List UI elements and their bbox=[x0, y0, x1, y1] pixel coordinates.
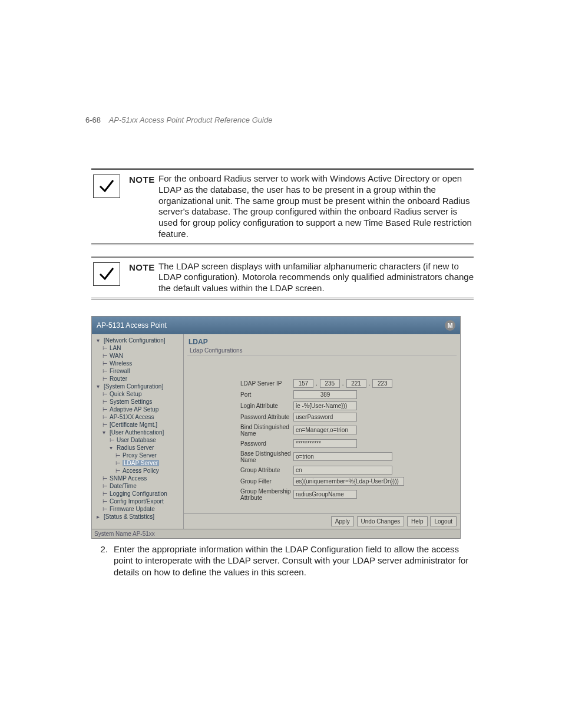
nav-logging[interactable]: ⊢Logging Configuration bbox=[92, 490, 183, 498]
page-header: 6-68 AP-51xx Access Point Product Refere… bbox=[85, 116, 272, 124]
page-number: 6-68 bbox=[85, 116, 101, 124]
note-block-2: NOTE The LDAP screen displays with unfam… bbox=[91, 256, 474, 299]
panel-title: LDAP bbox=[184, 334, 460, 347]
nav-proxy-server[interactable]: ⊢Proxy Server bbox=[92, 452, 183, 459]
step-text: Enter the appropriate information within… bbox=[114, 543, 474, 578]
checkmark-icon bbox=[93, 174, 120, 198]
nav-date-time[interactable]: ⊢Date/Time bbox=[92, 482, 183, 490]
nav-ldap-server[interactable]: ⊢LDAP Server bbox=[92, 459, 183, 467]
input-login-attr[interactable]: ie -%{User-Name})) bbox=[293, 401, 357, 410]
step-number: 2. bbox=[91, 543, 114, 578]
undo-button[interactable]: Undo Changes bbox=[357, 516, 405, 526]
nav-snmp-access[interactable]: ⊢SNMP Access bbox=[92, 475, 183, 482]
system-name-bar: System Name AP-51xx bbox=[92, 529, 460, 538]
window-titlebar: AP-5131 Access Point M bbox=[92, 317, 460, 334]
input-server-ip[interactable]: 157. 235. 221. 223 bbox=[293, 379, 392, 388]
nav-firewall[interactable]: ⊢Firewall bbox=[92, 367, 183, 375]
note-block-1: NOTE For the onboard Radius server to wo… bbox=[91, 168, 474, 245]
nav-tree: ▾[Network Configuration] ⊢LAN ⊢WAN ⊢Wire… bbox=[92, 334, 184, 529]
input-password[interactable]: *********** bbox=[293, 439, 357, 448]
label-base-dn: Base Distinguished Name bbox=[187, 450, 293, 463]
label-server-ip: LDAP Server IP bbox=[187, 380, 293, 387]
nav-wireless[interactable]: ⊢Wireless bbox=[92, 360, 183, 367]
note-text-2: The LDAP screen displays with unfamiliar… bbox=[158, 261, 474, 294]
label-group-attr: Group Attribute bbox=[187, 467, 293, 473]
nav-cert-mgmt[interactable]: ⊢[Certificate Mgmt.] bbox=[92, 421, 183, 429]
input-group-attr[interactable]: cn bbox=[293, 466, 392, 475]
nav-user-database[interactable]: ⊢User Database bbox=[92, 436, 183, 444]
nav-system-config[interactable]: ▾[System Configuration] bbox=[92, 383, 183, 390]
label-pwd-attr: Password Attribute bbox=[187, 414, 293, 420]
input-bind-dn[interactable]: cn=Manager,o=trion bbox=[293, 426, 357, 434]
nav-adaptive-ap[interactable]: ⊢Adaptive AP Setup bbox=[92, 406, 183, 413]
note-icon bbox=[91, 173, 122, 198]
input-base-dn[interactable]: o=trion bbox=[293, 452, 392, 461]
footer-buttons: Apply Undo Changes Help Logout bbox=[184, 513, 460, 529]
nav-firmware[interactable]: ⊢Firmware Update bbox=[92, 505, 183, 513]
label-login-attr: Login Attribute bbox=[187, 403, 293, 409]
nav-radius-server[interactable]: ▾Radius Server bbox=[92, 444, 183, 452]
help-button[interactable]: Help bbox=[407, 516, 428, 526]
input-group-membership[interactable]: radiusGroupName bbox=[293, 490, 357, 499]
motorola-logo-icon: M bbox=[445, 320, 455, 331]
checkmark-icon bbox=[93, 262, 120, 286]
note-icon bbox=[91, 261, 122, 286]
nav-status-stats[interactable]: ▸[Status & Statistics] bbox=[92, 513, 183, 521]
nav-config-import[interactable]: ⊢Config Import/Export bbox=[92, 498, 183, 505]
nav-router[interactable]: ⊢Router bbox=[92, 375, 183, 383]
label-bind-dn: Bind Distinguished Name bbox=[187, 424, 293, 437]
logout-button[interactable]: Logout bbox=[430, 516, 457, 526]
input-port[interactable]: 389 bbox=[293, 390, 357, 399]
apply-button[interactable]: Apply bbox=[331, 516, 354, 526]
nav-system-settings[interactable]: ⊢System Settings bbox=[92, 398, 183, 406]
fieldset-label: Ldap Configurations bbox=[184, 347, 460, 355]
nav-wan[interactable]: ⊢WAN bbox=[92, 352, 183, 360]
input-group-filter[interactable]: es)(uniquemember=%{Ldap-UserDn}))) bbox=[293, 477, 404, 486]
ldap-form: LDAP Server IP 157. 235. 221. 223 Port 3… bbox=[187, 355, 457, 503]
window-title: AP-5131 Access Point bbox=[97, 321, 167, 330]
step-instruction: 2. Enter the appropriate information wit… bbox=[91, 543, 474, 578]
screenshot-window: AP-5131 Access Point M ▾[Network Configu… bbox=[91, 316, 461, 539]
input-pwd-attr[interactable]: userPassword bbox=[293, 413, 357, 421]
nav-quick-setup[interactable]: ⊢Quick Setup bbox=[92, 390, 183, 398]
nav-network-config[interactable]: ▾[Network Configuration] bbox=[92, 337, 183, 344]
label-group-membership: Group Membership Attribute bbox=[187, 488, 293, 501]
label-password: Password bbox=[187, 440, 293, 447]
label-group-filter: Group Filter bbox=[187, 478, 293, 485]
nav-user-auth[interactable]: ▾[User Authentication] bbox=[92, 429, 183, 436]
note-label: NOTE bbox=[129, 173, 158, 185]
nav-access-policy[interactable]: ⊢Access Policy bbox=[92, 467, 183, 475]
nav-lan[interactable]: ⊢LAN bbox=[92, 344, 183, 352]
note-label: NOTE bbox=[129, 261, 158, 272]
label-port: Port bbox=[187, 391, 293, 398]
note-text-1: For the onboard Radius server to work wi… bbox=[158, 173, 474, 240]
doc-title: AP-51xx Access Point Product Reference G… bbox=[109, 116, 273, 124]
nav-ap51xx-access[interactable]: ⊢AP-51XX Access bbox=[92, 413, 183, 421]
